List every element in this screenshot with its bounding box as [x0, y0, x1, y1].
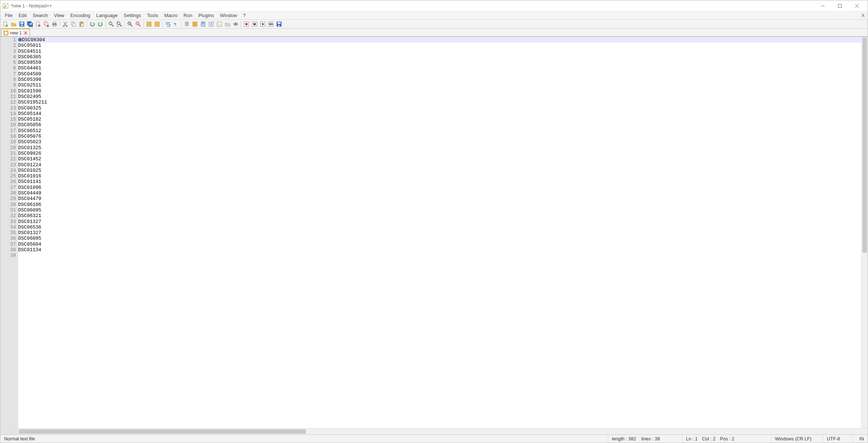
sync-v-icon[interactable] — [145, 20, 153, 28]
stop-icon[interactable] — [251, 20, 259, 28]
editor-line[interactable]: DSC09826 — [18, 151, 861, 156]
editor-line[interactable]: DSC09559 — [18, 60, 861, 65]
editor-line[interactable]: DSC05076 — [18, 134, 861, 139]
editor-line[interactable]: DSC01896 — [18, 185, 861, 190]
editor-line[interactable]: DSC06305 — [18, 54, 861, 60]
menu-plugins[interactable]: Plugins — [195, 12, 217, 19]
status-ins[interactable]: IN — [853, 435, 868, 443]
editor-line[interactable]: DSC05144 — [18, 111, 861, 117]
menu-file[interactable]: File — [2, 12, 16, 19]
maximize-button[interactable] — [831, 0, 848, 12]
editor-line[interactable]: DSC04511 — [18, 49, 861, 54]
editor-line[interactable]: DSC05023 — [18, 139, 861, 145]
print-icon[interactable] — [50, 20, 59, 28]
editor-line[interactable]: DSC01134 — [18, 247, 861, 253]
play-icon[interactable] — [259, 20, 267, 28]
editor-line[interactable]: DSC01141 — [18, 179, 861, 184]
zoom-in-icon[interactable] — [126, 20, 134, 28]
redo-icon[interactable] — [96, 20, 105, 28]
folder-icon[interactable] — [223, 20, 232, 28]
editor-line[interactable]: DSC04509 — [18, 71, 861, 77]
copy-icon[interactable] — [69, 20, 77, 28]
editor-line[interactable]: DSC00325 — [18, 105, 861, 111]
minimize-button[interactable] — [814, 0, 831, 12]
editor-line[interactable]: DSC05398 — [18, 77, 861, 82]
doc-map-icon[interactable] — [199, 20, 207, 28]
editor-line[interactable]: DSC04461 — [18, 65, 861, 71]
paste-icon[interactable] — [77, 20, 86, 28]
editor-line[interactable]: DSC04449 — [18, 190, 861, 196]
svg-text:fx: fx — [218, 22, 221, 26]
show-all-icon[interactable]: ¶ — [172, 20, 180, 28]
editor-line[interactable]: DSC01016 — [18, 173, 861, 179]
editor-line[interactable]: DSC01452 — [18, 156, 861, 162]
menu-macro[interactable]: Macro — [161, 12, 180, 19]
close-file-icon[interactable] — [34, 20, 42, 28]
editor-line[interactable]: DSC06536 — [18, 224, 861, 230]
editor-line[interactable]: DSC06106 — [18, 202, 861, 207]
find-icon[interactable] — [107, 20, 115, 28]
scroll-thumb[interactable] — [19, 429, 306, 434]
close-window-button[interactable] — [848, 0, 865, 12]
menu-language[interactable]: Language — [93, 12, 121, 19]
menu-view[interactable]: View — [51, 12, 67, 19]
mdi-close-button[interactable]: X — [861, 13, 865, 18]
editor-line[interactable]: DSC02495 — [18, 94, 861, 99]
func-list-icon[interactable]: fx — [215, 20, 223, 28]
editor-line[interactable]: DSC01327 — [18, 219, 861, 224]
menu-run[interactable]: Run — [180, 12, 195, 19]
status-encoding[interactable]: UTF-8 — [823, 435, 853, 443]
tab-close-icon[interactable] — [23, 31, 28, 35]
new-file-icon[interactable] — [1, 20, 10, 28]
zoom-out-icon[interactable] — [134, 20, 142, 28]
text-editor[interactable]: DSC08304DSC05011DSC04511DSC06305DSC09559… — [18, 37, 861, 428]
tab-new-1[interactable]: new 1 — [1, 29, 30, 36]
separator — [125, 21, 125, 27]
editor-line[interactable]: DSC01224 — [18, 162, 861, 168]
horizontal-scrollbar[interactable] — [18, 429, 861, 434]
menu-search[interactable]: Search — [30, 12, 51, 19]
editor-line[interactable]: DSC06095 — [18, 207, 861, 213]
editor-line[interactable]: DSC06512 — [18, 128, 861, 134]
editor-line[interactable]: DSC05182 — [18, 117, 861, 122]
menu-edit[interactable]: Edit — [16, 12, 30, 19]
editor-line[interactable]: DSC0195211 — [18, 99, 861, 105]
cut-icon[interactable] — [61, 20, 69, 28]
menu-settings[interactable]: Settings — [121, 12, 144, 19]
save-macro-icon[interactable] — [275, 20, 283, 28]
replace-icon[interactable] — [115, 20, 123, 28]
doc-list-icon[interactable] — [207, 20, 215, 28]
editor-line[interactable]: DSC02511 — [18, 82, 861, 88]
editor-line[interactable]: DSC05604 — [18, 242, 861, 247]
user-lang-icon[interactable] — [191, 20, 199, 28]
status-eol[interactable]: Windows (CR LF) — [771, 435, 823, 443]
wrap-icon[interactable] — [164, 20, 172, 28]
menu-window[interactable]: Window — [217, 12, 240, 19]
play-multi-icon[interactable] — [267, 20, 275, 28]
record-icon[interactable] — [242, 20, 251, 28]
editor-line[interactable] — [18, 253, 861, 258]
editor-line[interactable]: DSC04479 — [18, 196, 861, 201]
close-all-icon[interactable] — [42, 20, 50, 28]
vertical-scrollbar[interactable] — [861, 37, 868, 428]
monitoring-icon[interactable] — [232, 20, 240, 28]
editor-line[interactable]: DSC01327 — [18, 230, 861, 236]
menu-tools[interactable]: Tools — [144, 12, 161, 19]
save-all-icon[interactable] — [26, 20, 34, 28]
editor-line[interactable]: DSC01025 — [18, 168, 861, 173]
sync-h-icon[interactable] — [153, 20, 161, 28]
editor-line[interactable]: DSC05011 — [18, 43, 861, 48]
editor-line[interactable]: DSC01325 — [18, 145, 861, 151]
undo-icon[interactable] — [88, 20, 96, 28]
scroll-thumb[interactable] — [862, 37, 867, 253]
menu-encoding[interactable]: Encoding — [67, 12, 93, 19]
editor-line[interactable]: DSC05056 — [18, 122, 861, 128]
editor-line[interactable]: DSC06321 — [18, 213, 861, 219]
editor-line[interactable]: DSC08304 — [18, 37, 861, 43]
save-icon[interactable] — [18, 20, 26, 28]
menu-help[interactable]: ? — [240, 12, 249, 19]
open-icon[interactable] — [10, 20, 18, 28]
indent-guide-icon[interactable] — [183, 20, 191, 28]
editor-line[interactable]: DSC06095 — [18, 236, 861, 241]
editor-line[interactable]: DSC01598 — [18, 88, 861, 94]
